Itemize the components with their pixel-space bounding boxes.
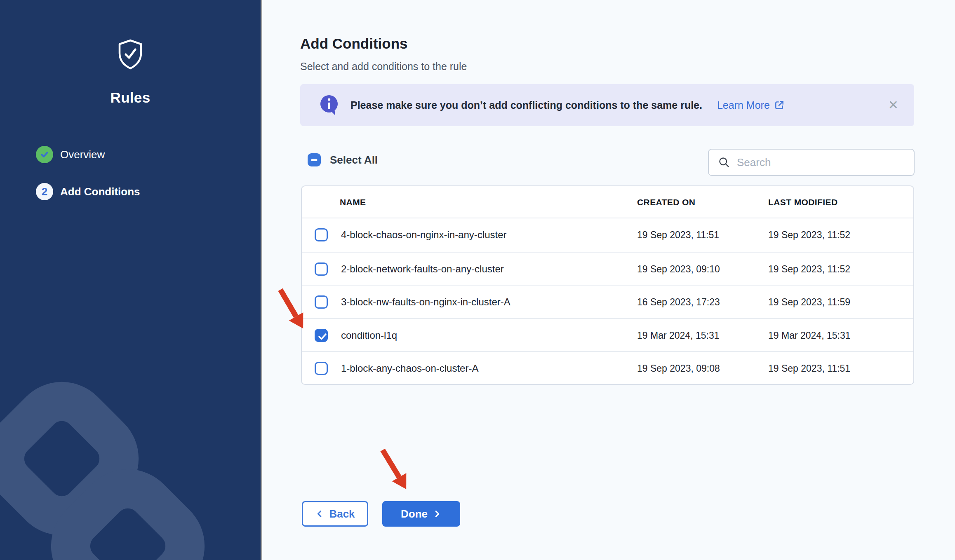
step-overview-label: Overview [60,146,105,163]
last-modified-value: 19 Sep 2023, 11:52 [768,218,850,251]
table-row[interactable]: 1-block-any-chaos-on-cluster-A 19 Sep 20… [302,351,913,384]
last-modified-value: 19 Sep 2023, 11:59 [768,286,850,319]
close-icon[interactable]: ✕ [885,97,902,113]
search-box[interactable] [708,149,915,176]
row-checkbox[interactable] [315,262,328,276]
table-row[interactable]: 3-block-nw-faults-on-nginx-in-cluster-A … [302,285,913,318]
row-checkbox[interactable] [315,329,328,342]
column-header-name: NAME [340,186,366,218]
rules-wizard-modal: Rules Overview 2 Add Conditions Add Cond [0,0,955,560]
page-title: Add Conditions [300,35,408,52]
brand-watermark-logo [0,358,261,560]
table-row[interactable]: condition-l1q 19 Mar 2024, 15:31 19 Mar … [302,318,913,351]
created-on-value: 19 Sep 2023, 09:10 [637,253,720,286]
wizard-sidebar: Rules Overview 2 Add Conditions [0,0,261,560]
learn-more-link[interactable]: Learn More [717,99,785,111]
row-checkbox[interactable] [315,295,328,309]
sidebar-divider [261,0,262,560]
row-checkbox[interactable] [315,228,328,241]
learn-more-label: Learn More [717,99,770,111]
done-button-label: Done [401,508,428,520]
condition-name: 3-block-nw-faults-on-nginx-in-cluster-A [341,286,510,319]
condition-name: 4-block-chaos-on-nginx-in-any-cluster [341,218,507,251]
banner-message: Please make sure you don’t add conflicti… [350,99,702,111]
row-checkbox[interactable] [315,362,328,375]
table-row[interactable]: 4-block-chaos-on-nginx-in-any-cluster 19… [302,218,913,252]
created-on-value: 19 Sep 2023, 11:51 [637,218,719,251]
step-completed-icon [36,146,53,163]
shield-check-icon [117,38,143,70]
back-button-label: Back [329,508,355,520]
table-row[interactable]: 2-block-network-faults-on-any-cluster 19… [302,252,913,285]
back-button[interactable]: Back [302,501,368,527]
done-button[interactable]: Done [382,501,460,527]
table-header: NAME CREATED ON LAST MODIFIED [302,186,913,218]
step-number-badge: 2 [36,183,53,200]
step-add-conditions-label: Add Conditions [60,183,140,200]
search-icon [718,156,730,169]
last-modified-value: 19 Mar 2024, 15:31 [768,319,850,352]
column-header-created-on: CREATED ON [637,186,695,218]
indeterminate-dash-icon [311,159,318,161]
info-icon [319,94,339,116]
condition-name: 2-block-network-faults-on-any-cluster [341,253,504,286]
wizard-title: Rules [0,89,261,106]
select-all-control[interactable]: Select All [308,153,378,166]
last-modified-value: 19 Sep 2023, 11:51 [768,352,850,385]
select-all-checkbox[interactable] [308,153,321,166]
annotation-arrow-done [374,444,420,498]
column-header-last-modified: LAST MODIFIED [768,186,838,218]
page-subtitle: Select and add conditions to the rule [300,61,467,73]
last-modified-value: 19 Sep 2023, 11:52 [768,253,850,286]
external-link-icon [774,100,785,110]
chevron-left-icon [315,509,324,518]
created-on-value: 16 Sep 2023, 17:23 [637,286,720,319]
search-input[interactable] [737,156,906,169]
created-on-value: 19 Sep 2023, 09:08 [637,352,720,385]
info-banner: Please make sure you don’t add conflicti… [300,84,914,126]
created-on-value: 19 Mar 2024, 15:31 [637,319,719,352]
condition-name: condition-l1q [341,319,397,352]
select-all-label: Select All [330,154,378,166]
conditions-table: NAME CREATED ON LAST MODIFIED 4-block-ch… [301,185,914,385]
condition-name: 1-block-any-chaos-on-cluster-A [341,352,478,385]
chevron-right-icon [433,509,442,518]
